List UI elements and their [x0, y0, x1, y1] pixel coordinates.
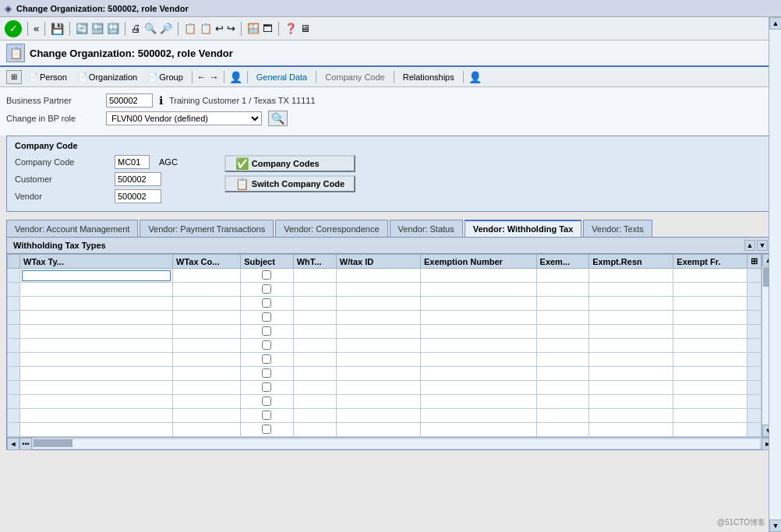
undo-icon[interactable]: ↩: [215, 23, 224, 34]
subject-checkbox[interactable]: [262, 410, 271, 420]
customer-input[interactable]: [115, 172, 161, 186]
forward-icon[interactable]: 🔛: [107, 23, 119, 34]
subject-checkbox[interactable]: [262, 354, 271, 364]
main-toolbar: ✓ « 💾 🔄 🔙 🔛 🖨 🔍 🔎 📋 📋 ↩ ↪ 🪟 🗔 ❓ 🖥: [0, 17, 781, 41]
shortcut-icon[interactable]: 🔄: [76, 23, 88, 34]
title-bar-text: Change Organization: 500002, role Vendor: [16, 4, 189, 13]
subject-checkbox[interactable]: [262, 298, 271, 308]
nav-back-button[interactable]: «: [34, 23, 39, 34]
content-area: Business Partner ℹ Training Customer 1 /…: [0, 87, 781, 136]
company-code-value1-input[interactable]: [115, 155, 150, 169]
copy-icon[interactable]: 📋: [184, 23, 196, 34]
vendor-input[interactable]: [115, 189, 161, 203]
company-code-tab[interactable]: Company Code: [321, 71, 388, 83]
table-row: [8, 381, 762, 395]
nav-left-arrow[interactable]: ←: [197, 72, 207, 83]
company-codes-button[interactable]: ✅ Company Codes: [224, 155, 355, 172]
tab-correspondence[interactable]: Vendor: Correspondence: [275, 220, 387, 237]
nav-right-arrow[interactable]: →: [210, 72, 219, 83]
bp-icon: 👤: [229, 71, 242, 83]
nav-home-button[interactable]: ⊞: [6, 70, 22, 84]
title-bar-icon: ◈: [5, 3, 12, 14]
organization-tab[interactable]: 📄 Organization: [74, 71, 141, 83]
title-bar: ◈ Change Organization: 500002, role Vend…: [0, 0, 781, 17]
separator2: [44, 22, 45, 36]
outer-scroll-top[interactable]: ▲: [769, 17, 781, 30]
tab-texts[interactable]: Vendor: Texts: [583, 220, 652, 237]
tab-withholding-tax[interactable]: Vendor: Withholding Tax: [465, 220, 582, 237]
separator3: [69, 22, 70, 36]
col-header-wtax-code: WTax Co...: [173, 255, 241, 269]
help-icon[interactable]: ❓: [284, 23, 297, 34]
general-data-tab[interactable]: General Data: [253, 71, 311, 83]
save-icon[interactable]: 💾: [51, 23, 64, 35]
company-code-buttons: ✅ Company Codes 📋 Switch Company Code: [224, 155, 355, 192]
col-header-wht: WhT...: [293, 255, 336, 269]
separator4: [125, 22, 125, 36]
group-tab-label: Group: [159, 72, 183, 82]
find2-icon[interactable]: 🔎: [160, 23, 172, 34]
window2-icon[interactable]: 🗔: [263, 23, 273, 34]
subject-checkbox[interactable]: [262, 425, 271, 434]
company-code-fields: Company Code AGC Customer Vendor: [15, 155, 178, 206]
table-content-area: WTax Ty... WTax Co... Subject WhT... W/t…: [7, 254, 774, 437]
tab-status[interactable]: Vendor: Status: [390, 220, 463, 237]
subject-checkbox[interactable]: [262, 326, 271, 336]
scroll-dots[interactable]: •••: [19, 438, 32, 450]
table-row: [8, 283, 762, 297]
subject-checkbox[interactable]: [262, 312, 271, 322]
monitor-icon[interactable]: 🖥: [300, 23, 310, 34]
col-header-exmpt-resn: Exmpt.Resn: [589, 255, 673, 269]
business-partner-input[interactable]: [106, 93, 153, 107]
col-header-settings[interactable]: ⊞: [747, 255, 762, 269]
subject-checkbox[interactable]: [262, 284, 271, 294]
subject-checkbox[interactable]: [262, 340, 271, 350]
navigation-bar: ⊞ 📄 Person 📄 Organization 📄 Group ← → 👤 …: [0, 67, 781, 87]
switch-company-code-label: Switch Company Code: [252, 179, 345, 188]
search-bp-role-icon[interactable]: 🔍: [268, 111, 288, 126]
subject-checkbox[interactable]: [262, 368, 271, 378]
subject-checkbox[interactable]: [262, 382, 271, 392]
company-code-label: Company Code: [15, 157, 108, 167]
col-header-exempt-fr: Exempt Fr.: [673, 255, 747, 269]
table-row: [8, 395, 762, 409]
back-icon[interactable]: 🔙: [91, 23, 104, 34]
person-tab[interactable]: 📄 Person: [25, 71, 71, 83]
table-row: [8, 311, 762, 325]
tab-payment-transactions[interactable]: Vendor: Payment Transactions: [140, 220, 274, 237]
switch-company-code-icon: 📋: [235, 178, 249, 190]
green-check-button[interactable]: ✓: [5, 20, 22, 37]
user-icon[interactable]: 👤: [468, 71, 482, 83]
paste-icon[interactable]: 📋: [200, 23, 212, 34]
business-partner-info: Training Customer 1 / Texas TX 11111: [169, 96, 316, 105]
scroll-down-button[interactable]: ▼: [757, 240, 768, 251]
info-icon: ℹ: [159, 94, 163, 107]
person-tab-icon: 📄: [29, 72, 38, 81]
form-title-bar: 📋 Change Organization: 500002, role Vend…: [0, 41, 781, 67]
relationships-tab[interactable]: Relationships: [399, 71, 458, 83]
table-row: [8, 297, 762, 311]
business-partner-row: Business Partner ℹ Training Customer 1 /…: [6, 93, 775, 107]
separator7: [278, 22, 279, 36]
find-icon[interactable]: 🔍: [144, 23, 157, 34]
subject-checkbox[interactable]: [262, 396, 271, 406]
company-code-value2: AGC: [159, 157, 178, 167]
tab-account-management[interactable]: Vendor: Account Management: [6, 220, 138, 237]
scroll-left-button[interactable]: ◄: [7, 438, 19, 450]
print-icon[interactable]: 🖨: [131, 23, 141, 34]
separator5: [178, 22, 178, 36]
window-icon[interactable]: 🪟: [247, 23, 260, 34]
group-tab[interactable]: 📄 Group: [144, 71, 187, 83]
nav-separator3: [247, 71, 248, 83]
switch-company-code-button[interactable]: 📋 Switch Company Code: [224, 175, 355, 192]
customer-label: Customer: [15, 174, 108, 184]
customer-field-row: Customer: [15, 172, 178, 186]
wtax-type-input-first[interactable]: [23, 271, 170, 280]
redo-icon[interactable]: ↪: [227, 23, 235, 34]
subject-checkbox[interactable]: [262, 270, 271, 280]
change-bp-role-select[interactable]: FLVN00 Vendor (defined): [106, 111, 262, 125]
horizontal-scrollbar: ◄ ••• ►: [7, 437, 774, 449]
scroll-up-button[interactable]: ▲: [744, 240, 755, 251]
table-row: [8, 423, 762, 437]
outer-vertical-scrollbar: ▲ ▼: [769, 17, 781, 450]
